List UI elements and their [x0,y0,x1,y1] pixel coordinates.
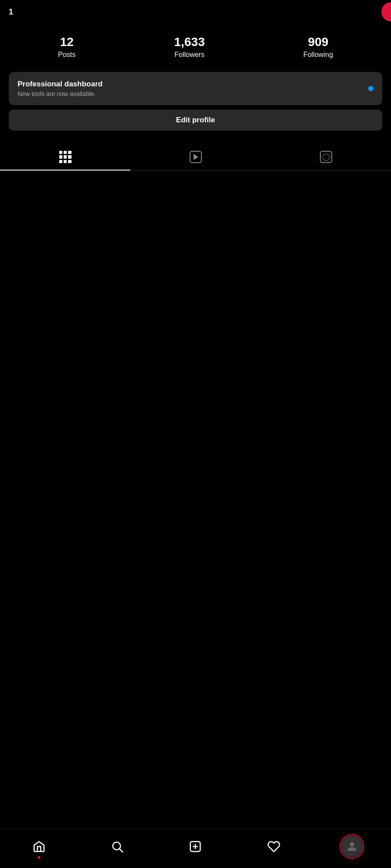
tagged-person-icon: ◯ [322,153,330,160]
search-icon [111,840,124,853]
edit-profile-button[interactable]: Edit profile [9,110,382,131]
posts-count: 12 [60,35,74,49]
heart-icon [267,840,280,853]
bottom-navigation [0,829,391,868]
followers-stat[interactable]: 1,633 Followers [174,35,205,59]
profile-active-border [340,834,364,859]
grid-content-area [0,171,391,368]
stats-row: 12 Posts 1,633 Followers 909 Following [9,31,382,68]
nav-home[interactable] [26,833,52,860]
pro-dashboard-text: Professional dashboard New tools are now… [18,80,103,97]
profile-avatar-wrapper [341,836,363,857]
posts-stat[interactable]: 12 Posts [58,35,75,59]
reels-icon [190,151,202,163]
reels-play-triangle [194,154,198,160]
nav-search[interactable] [104,833,130,860]
home-icon [32,840,46,853]
status-bar: 1 [0,0,391,22]
profile-tabs: ◯ [0,144,391,171]
posts-label: Posts [58,51,75,59]
grid-icon [59,151,72,163]
following-label: Following [303,51,333,59]
tagged-icon: ◯ [320,151,332,163]
nav-add[interactable] [182,833,208,860]
pro-dashboard-notification-dot [368,86,373,91]
tab-reels[interactable] [130,144,261,170]
status-time: 1 [9,7,13,17]
following-count: 909 [308,35,329,49]
professional-dashboard-card[interactable]: Professional dashboard New tools are now… [9,72,382,105]
nav-profile[interactable] [339,833,365,860]
tab-tagged[interactable]: ◯ [261,144,391,170]
followers-label: Followers [174,51,204,59]
profile-section: 12 Posts 1,633 Followers 909 Following [0,22,391,68]
home-notification-dot [38,856,40,859]
nav-activity[interactable] [261,833,287,860]
following-stat[interactable]: 909 Following [303,35,333,59]
svg-line-1 [120,849,123,852]
followers-count: 1,633 [174,35,205,49]
add-icon [189,840,202,853]
pro-dashboard-title: Professional dashboard [18,80,103,89]
pro-dashboard-subtitle: New tools are now available. [18,90,103,97]
tab-grid[interactable] [0,144,130,170]
